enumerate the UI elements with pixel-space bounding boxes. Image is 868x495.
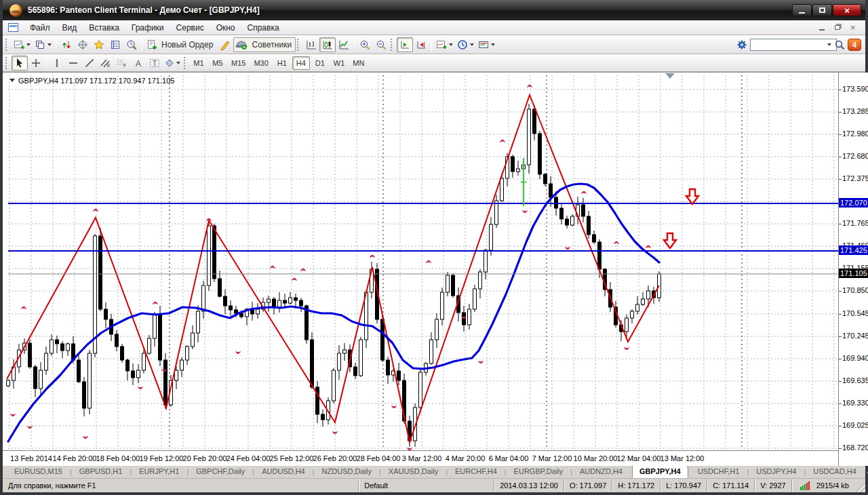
chart-shift-marker-icon[interactable] [665, 73, 675, 79]
candle-body [517, 169, 520, 172]
timeframe-m15[interactable]: M15 [228, 56, 249, 70]
text-label-button[interactable]: T [146, 56, 163, 71]
zoom-out-button[interactable] [373, 37, 389, 52]
mdi-minimize-button[interactable] [816, 22, 827, 33]
price-axis[interactable]: 173.590173.285172.980172.680172.375172.0… [838, 73, 868, 466]
signal-down-arrow-icon[interactable] [686, 189, 698, 204]
signal-down-arrow-icon[interactable] [664, 233, 676, 248]
menu-item-окно[interactable]: Окно [210, 22, 241, 34]
cursor-button[interactable] [12, 56, 28, 71]
horizontal-line-button[interactable] [65, 56, 81, 71]
line-chart-button[interactable] [336, 37, 352, 52]
chart-window[interactable]: GBPJPY,H4 171.097 171.172 170.947 171.10… [3, 72, 865, 465]
notifications-badge[interactable]: 4 [848, 39, 861, 51]
expert-advisors-button[interactable]: Советники [233, 37, 296, 52]
bar-chart-button[interactable] [303, 37, 319, 52]
tab-eurusd-m15[interactable]: EURUSD,M15 [7, 465, 70, 478]
toolbar-grip[interactable] [391, 39, 395, 51]
trendline-button[interactable] [81, 56, 98, 71]
time-tick-label: 6 Mar 04:00 [489, 454, 529, 462]
tab-nzdusd-daily[interactable]: NZDUSD,Daily [315, 465, 379, 478]
zoom-in-button[interactable] [357, 37, 373, 52]
new-chart-icon [14, 39, 24, 50]
strategy-tester-button[interactable] [123, 37, 140, 52]
tab-usdchf-h1[interactable]: USDCHF,H1 [690, 465, 747, 478]
tab-gbpjpy-h4[interactable]: GBPJPY,H4 [632, 465, 688, 478]
price-tick-mark [839, 224, 842, 224]
search-icon[interactable] [834, 39, 845, 50]
templates-button[interactable] [476, 37, 497, 52]
tab-audnzd-h4[interactable]: AUDNZD,H4 [572, 465, 630, 478]
menu-item-сервис[interactable]: Сервис [170, 22, 210, 34]
fibonacci-button[interactable]: F [114, 56, 130, 71]
minimize-button[interactable] [792, 4, 812, 16]
maximize-button[interactable] [812, 4, 832, 16]
indicators-button[interactable] [434, 37, 455, 52]
channel-button[interactable]: E [98, 56, 114, 71]
profiles-button[interactable] [33, 37, 54, 52]
menu-item-вид[interactable]: Вид [56, 22, 83, 34]
time-tick-label: 28 Feb 04:00 [357, 454, 401, 462]
vertical-line-button[interactable] [49, 56, 65, 71]
mdi-close-button[interactable]: × [847, 22, 859, 33]
tab-gbpusd-h1[interactable]: GBPUSD,H1 [72, 465, 130, 478]
timeframe-h1[interactable]: H1 [273, 56, 291, 70]
timeframe-d1[interactable]: D1 [311, 56, 329, 70]
metaeditor-button[interactable] [217, 37, 233, 52]
fractal-up-icon [21, 306, 26, 310]
new-order-button[interactable]: Новый Ордер [144, 37, 217, 52]
candlestick-chart-button[interactable] [319, 37, 336, 52]
periods-button[interactable] [455, 37, 476, 52]
mdi-restore-button[interactable] [831, 22, 843, 33]
status-profile[interactable]: Default [358, 479, 494, 492]
timeframe-m1[interactable]: M1 [190, 56, 208, 70]
menu-item-файл[interactable]: Файл [24, 22, 56, 34]
chart-tabs: EURUSD,M15|GBPUSD,H1|EURJPY,H1|GBPCHF,Da… [7, 465, 864, 478]
resize-grip[interactable] [854, 481, 865, 492]
timeframe-mn[interactable]: MN [349, 56, 368, 70]
close-button[interactable]: × [833, 4, 861, 16]
data-window-button[interactable] [75, 37, 91, 52]
chart-shift-button[interactable] [413, 37, 429, 52]
menu-item-справка[interactable]: Справка [241, 22, 285, 34]
tab-eurchf-h4[interactable]: EURCHF,H4 [448, 465, 505, 478]
tab-xauusd-daily[interactable]: XAUUSD,Daily [381, 465, 446, 478]
terminal-button[interactable] [107, 37, 123, 52]
timeframe-h4[interactable]: H4 [292, 56, 310, 70]
tab-usdjpy-h4[interactable]: USDJPY,H4 [749, 465, 804, 478]
menu-item-вставка[interactable]: Вставка [83, 22, 125, 34]
tab-eurgbp-daily[interactable]: EURGBP,Daily [507, 465, 571, 478]
toolbar-grip[interactable] [297, 39, 302, 51]
timeframe-m30[interactable]: M30 [250, 56, 271, 70]
menu-item-графики[interactable]: Графики [125, 22, 170, 34]
text-button[interactable]: A [130, 56, 146, 71]
timeframe-m5[interactable]: M5 [209, 56, 226, 70]
time-axis[interactable]: 13 Feb 201414 Feb 20:0018 Feb 04:0019 Fe… [3, 450, 838, 466]
chart-canvas[interactable] [3, 73, 838, 450]
auto-scroll-button[interactable] [397, 37, 413, 52]
tab-audusd-h4[interactable]: AUDUSD,H4 [254, 465, 313, 478]
tabs-scroll-left-icon[interactable] [864, 470, 868, 475]
toolbar-grip[interactable] [184, 57, 189, 69]
candle-body [197, 311, 200, 333]
search-input[interactable] [750, 39, 837, 51]
crosshair-button[interactable] [28, 56, 44, 71]
new-order-icon [146, 39, 157, 50]
toolbar-grip[interactable] [5, 57, 10, 69]
navigator-button[interactable] [91, 37, 107, 52]
fractal-up-icon [153, 302, 158, 305]
timeframe-w1[interactable]: W1 [330, 56, 349, 70]
new-chart-button[interactable] [12, 37, 33, 52]
toolbar-grip[interactable] [5, 39, 10, 51]
search-dropdown-icon[interactable] [827, 43, 831, 48]
tab-usdcad-h4[interactable]: USDCAD,H4 [806, 465, 864, 478]
chart-window-icon[interactable] [8, 23, 18, 32]
tab-eurjpy-h1[interactable]: EURJPY,H1 [132, 465, 186, 478]
price-tick-label: 169.635 [842, 376, 868, 384]
tab-gbpchf-daily[interactable]: GBPCHF,Daily [189, 465, 252, 478]
shapes-button[interactable] [163, 56, 182, 71]
candle-body [544, 174, 547, 184]
chevron-down-icon[interactable] [9, 79, 15, 85]
market-watch-button[interactable] [58, 37, 75, 52]
fractal-down-icon [624, 347, 629, 351]
